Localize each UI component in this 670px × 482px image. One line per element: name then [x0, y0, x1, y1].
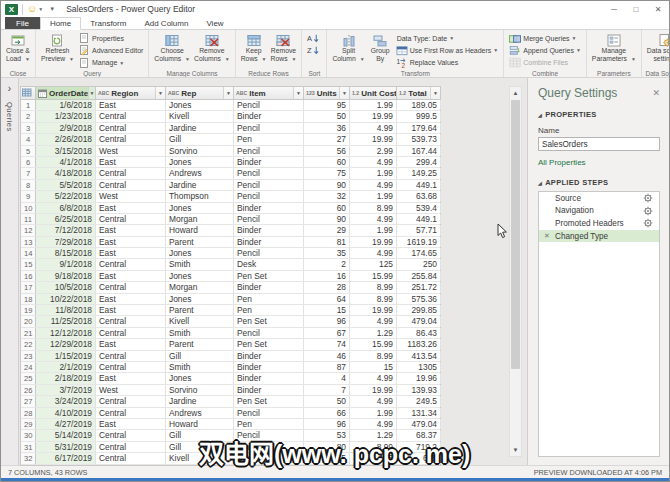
grid-cell[interactable]: Central — [96, 453, 166, 463]
applied-step-source[interactable]: Source — [539, 192, 659, 205]
delete-step-icon[interactable]: ✕ — [544, 232, 555, 240]
grid-cell[interactable]: Binder — [234, 203, 304, 213]
grid-cell[interactable]: 64 — [304, 294, 350, 304]
grid-cell[interactable]: 86.43 — [397, 328, 441, 338]
grid-cell[interactable]: 63.68 — [397, 191, 441, 201]
grid-cell[interactable]: 4.99 — [350, 214, 397, 224]
data-type-button[interactable]: Data Type: Date▼ — [394, 32, 501, 44]
grid-cell[interactable]: 1.99 — [350, 191, 397, 201]
step-settings-gear-icon[interactable] — [643, 218, 653, 228]
grid-cell[interactable]: 60 — [304, 157, 350, 167]
grid-cell[interactable]: Jones — [166, 294, 234, 304]
grid-cell[interactable]: 87 — [304, 362, 350, 372]
grid-cell[interactable]: 8.99 — [350, 351, 397, 361]
grid-cell[interactable]: Central — [96, 168, 166, 178]
grid-cell[interactable]: East — [96, 294, 166, 304]
grid-cell[interactable]: Pen Set — [234, 339, 304, 349]
grid-cell[interactable]: 10/5/2018 — [36, 282, 96, 292]
grid-cell[interactable]: Pencil — [234, 248, 304, 258]
grid-cell[interactable]: 96 — [304, 419, 350, 429]
row-number[interactable]: 3 — [21, 123, 36, 133]
column-header-item[interactable]: ABCItem▼ — [234, 87, 304, 99]
grid-cell[interactable]: 1183.26 — [397, 339, 441, 349]
grid-cell[interactable]: 46 — [304, 351, 350, 361]
grid-cell[interactable]: 60 — [304, 203, 350, 213]
filter-dropdown-icon[interactable]: ▼ — [223, 87, 233, 99]
grid-cell[interactable]: 7/29/2018 — [36, 237, 96, 247]
grid-cell[interactable]: Binder — [234, 373, 304, 383]
grid-cell[interactable]: East — [96, 271, 166, 281]
grid-cell[interactable]: 81 — [304, 237, 350, 247]
row-number[interactable]: 19 — [21, 305, 36, 315]
grid-cell[interactable]: 28 — [304, 282, 350, 292]
grid-cell[interactable]: Parent — [166, 237, 234, 247]
row-number[interactable]: 23 — [21, 351, 36, 361]
grid-cell[interactable]: 4.99 — [350, 396, 397, 406]
grid-cell[interactable]: Gill — [166, 351, 234, 361]
filter-dropdown-icon[interactable]: ▼ — [293, 87, 303, 99]
maximize-button[interactable]: □ — [625, 1, 647, 17]
grid-cell[interactable]: Central — [96, 180, 166, 190]
step-settings-gear-icon[interactable] — [643, 206, 653, 216]
grid-cell[interactable]: 19.99 — [350, 305, 397, 315]
grid-cell[interactable]: 4/10/2019 — [36, 408, 96, 418]
grid-cell[interactable]: 251.72 — [397, 282, 441, 292]
grid-cell[interactable]: Smith — [166, 328, 234, 338]
row-number[interactable]: 5 — [21, 146, 36, 156]
sort-ascending-button[interactable]: A — [305, 32, 323, 44]
grid-cell[interactable]: 174.65 — [397, 248, 441, 258]
grid-cell[interactable]: Jardine — [166, 396, 234, 406]
grid-cell[interactable]: Central — [96, 408, 166, 418]
grid-cell[interactable]: Jones — [166, 248, 234, 258]
grid-cell[interactable]: 4/27/2019 — [36, 419, 96, 429]
grid-cell[interactable]: Andrews — [166, 408, 234, 418]
row-number[interactable]: 1 — [21, 100, 36, 110]
step-settings-gear-icon[interactable] — [643, 193, 653, 203]
grid-cell[interactable]: 8.99 — [350, 203, 397, 213]
grid-cell[interactable]: Smith — [166, 362, 234, 372]
expand-queries-chevron-icon[interactable]: › — [8, 84, 11, 94]
row-number[interactable]: 6 — [21, 157, 36, 167]
grid-cell[interactable]: 50 — [304, 396, 350, 406]
grid-cell[interactable]: Binder — [234, 237, 304, 247]
grid-cell[interactable]: 575.36 — [397, 294, 441, 304]
close-panel-icon[interactable]: ✕ — [652, 88, 660, 98]
grid-cell[interactable]: 139.93 — [397, 385, 441, 395]
grid-cell[interactable]: Sorvino — [166, 385, 234, 395]
grid-cell[interactable]: Pencil — [234, 328, 304, 338]
grid-cell[interactable]: 57.71 — [397, 225, 441, 235]
grid-cell[interactable]: Binder — [234, 362, 304, 372]
sort-descending-button[interactable]: Z — [305, 44, 323, 56]
grid-cell[interactable]: Jones — [166, 100, 234, 110]
row-number[interactable]: 27 — [21, 396, 36, 406]
append-queries-button[interactable]: Append Queries▼ — [507, 44, 583, 56]
grid-cell[interactable]: 74 — [304, 339, 350, 349]
keep-rows-button[interactable]: KeepRows ▼ — [239, 32, 269, 64]
grid-cell[interactable]: East — [96, 373, 166, 383]
grid-cell[interactable]: 2/18/2019 — [36, 373, 96, 383]
grid-cell[interactable]: 19.99 — [350, 134, 397, 144]
row-number[interactable]: 29 — [21, 419, 36, 429]
grid-cell[interactable]: 4 — [304, 373, 350, 383]
group-by-button[interactable]: GroupBy — [367, 32, 394, 63]
column-header-units[interactable]: 123Units▼ — [304, 87, 350, 99]
manage-button[interactable]: Manage▼ — [76, 57, 145, 69]
tab-file[interactable]: File — [5, 17, 40, 29]
filter-dropdown-icon[interactable]: ▼ — [88, 87, 95, 99]
grid-cell[interactable]: 539.73 — [397, 134, 441, 144]
grid-cell[interactable]: 6/8/2018 — [36, 203, 96, 213]
manage-parameters-button[interactable]: ManageParameters ▼ — [590, 32, 638, 64]
grid-cell[interactable]: Pencil — [234, 146, 304, 156]
grid-cell[interactable]: Jardine — [166, 123, 234, 133]
grid-cell[interactable]: 15 — [304, 305, 350, 315]
grid-cell[interactable]: Jardine — [166, 180, 234, 190]
remove-columns-button[interactable]: RemoveColumns ▼ — [192, 32, 232, 64]
scroll-up-icon[interactable]: ▲ — [513, 87, 519, 99]
queries-pane-label[interactable]: Queries — [5, 102, 14, 132]
filter-dropdown-icon[interactable]: ▼ — [430, 87, 440, 99]
grid-cell[interactable]: East — [96, 419, 166, 429]
row-number[interactable]: 8 — [21, 180, 36, 190]
grid-cell[interactable]: Pencil — [234, 168, 304, 178]
tab-add-column[interactable]: Add Column — [135, 17, 197, 29]
grid-cell[interactable]: Central — [96, 430, 166, 440]
